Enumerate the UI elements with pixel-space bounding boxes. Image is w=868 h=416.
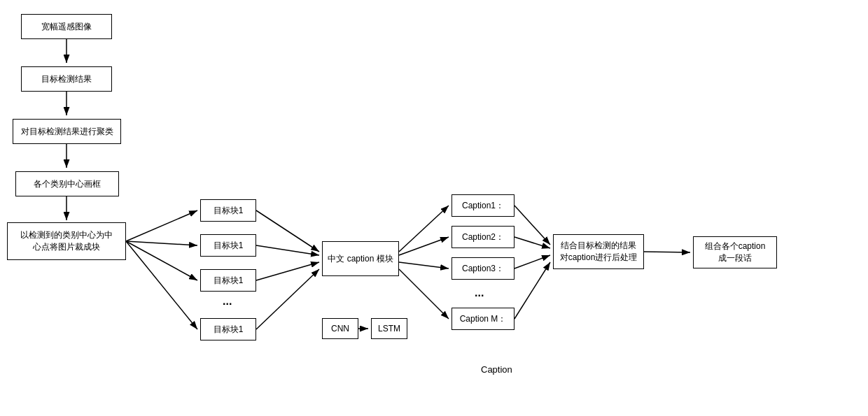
caption2-box: Caption2： <box>451 226 514 248</box>
post-process-box: 结合目标检测的结果 对caption进行后处理 <box>553 234 644 269</box>
caption1-box: Caption1： <box>451 194 514 217</box>
detection-result-box: 目标检测结果 <box>21 66 112 92</box>
dots-middle: ... <box>223 295 232 308</box>
target-block-1: 目标块1 <box>200 199 256 222</box>
svg-line-8 <box>126 241 197 329</box>
target-block-3: 目标块1 <box>200 269 256 292</box>
svg-line-22 <box>644 252 690 252</box>
svg-line-18 <box>514 206 550 245</box>
svg-line-17 <box>399 269 449 319</box>
target-block-4: 目标块1 <box>200 318 256 340</box>
center-frames-box: 各个类别中心画框 <box>15 171 119 196</box>
caption-module-box: 中文 caption 模块 <box>322 241 399 276</box>
svg-line-7 <box>126 241 197 280</box>
wide-image-box: 宽幅遥感图像 <box>21 14 112 39</box>
svg-line-21 <box>514 262 550 319</box>
svg-line-6 <box>126 241 197 245</box>
diagram: 宽幅遥感图像 目标检测结果 对目标检测结果进行聚类 各个类别中心画框 以检测到的… <box>0 0 868 416</box>
svg-line-15 <box>399 237 449 255</box>
svg-line-20 <box>514 255 550 268</box>
svg-line-9 <box>256 210 319 252</box>
target-block-2: 目标块1 <box>200 234 256 257</box>
svg-line-10 <box>256 245 319 255</box>
caption-label: Caption <box>481 364 512 375</box>
svg-line-12 <box>256 269 319 329</box>
lstm-box: LSTM <box>371 318 407 339</box>
split-blocks-box: 以检测到的类别中心为中 心点将图片裁成块 <box>7 222 126 260</box>
svg-line-14 <box>399 206 449 252</box>
svg-line-5 <box>126 210 197 241</box>
dots-captions: ... <box>475 287 484 299</box>
caption3-box: Caption3： <box>451 257 514 280</box>
svg-line-19 <box>514 237 550 248</box>
clustering-box: 对目标检测结果进行聚类 <box>13 119 121 144</box>
cnn-box: CNN <box>322 318 358 339</box>
svg-line-16 <box>399 262 449 268</box>
svg-line-11 <box>256 262 319 280</box>
arrows-overlay <box>0 0 868 416</box>
combine-box: 组合各个caption 成一段话 <box>693 236 777 268</box>
captionM-box: Caption M： <box>451 308 514 330</box>
